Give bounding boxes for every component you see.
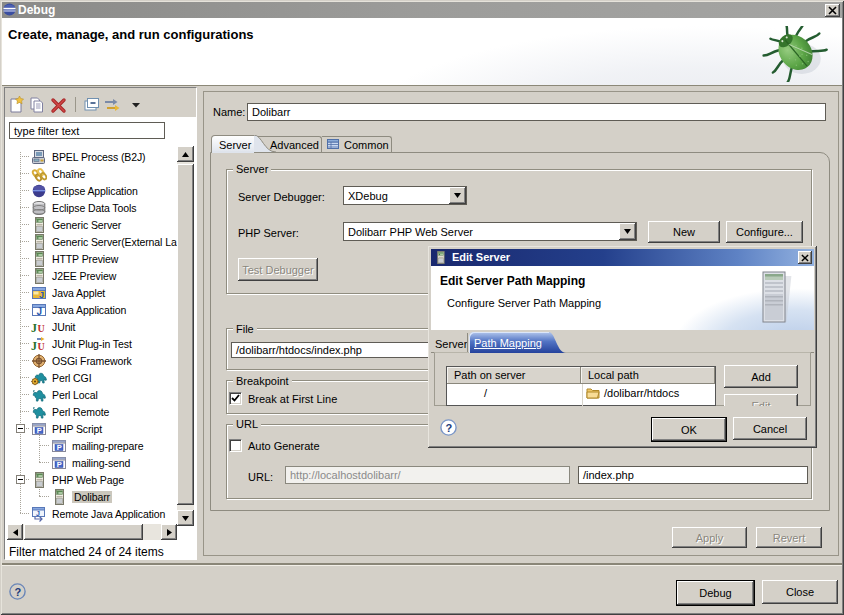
svg-text:?: ?	[15, 586, 22, 598]
svg-text:?: ?	[446, 422, 453, 434]
